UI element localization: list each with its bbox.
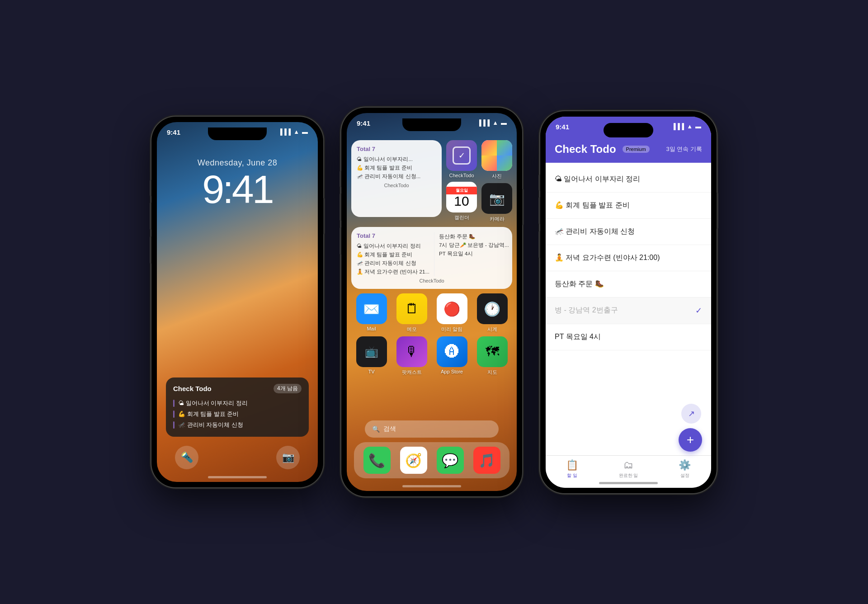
lock-notif-text-3: 🦟 관리비 자동이체 신청 bbox=[178, 421, 243, 429]
todo-check-6: ✓ bbox=[695, 306, 702, 316]
clock-label: 시계 bbox=[487, 326, 497, 333]
widget-row-1: Total 7 🌤 일어나서 이부자리... 💪 회계 팀플 발표 준비 🦟 관… bbox=[351, 140, 512, 222]
dock-messages[interactable]: 💬 bbox=[437, 447, 464, 474]
camera-app-icon[interactable]: 📷 카메라 bbox=[481, 183, 512, 222]
todo-item-3[interactable]: 🦟 관리비 자동이체 신청 bbox=[546, 219, 711, 245]
clock-icon-glyph: 🕐 bbox=[484, 301, 500, 317]
phone3-signal-icon: ▐▐▐ bbox=[671, 123, 684, 130]
wifi-icon: ▲ bbox=[293, 128, 299, 135]
checktodo-app-label: CheckTodo bbox=[449, 173, 474, 178]
todo-item-4[interactable]: 🧘 저녁 요가수련 (빈야사 21:00) bbox=[546, 245, 711, 271]
signal-icon: ▐▐▐ bbox=[278, 128, 291, 135]
tab-todo-icon: 📋 bbox=[566, 459, 578, 471]
maps-app[interactable]: 🗺 지도 bbox=[477, 336, 508, 376]
calendar-app-icon[interactable]: 월요일 10 캘린더 bbox=[446, 182, 477, 221]
appstore-label: App Store bbox=[441, 369, 463, 374]
widget2-item-1: 🌤 일어나서 이부자리 정리 bbox=[357, 242, 429, 250]
todo-item-7[interactable]: PT 목요일 4시 bbox=[546, 324, 711, 350]
todo-text-5: 등산화 주문 🥾 bbox=[555, 279, 604, 289]
share-fab-button[interactable]: ↗ bbox=[681, 404, 701, 424]
lock-notification-card[interactable]: Check Todo 4개 남음 🌤 일어나서 이부자리 정리 💪 회계 팀플 … bbox=[166, 378, 309, 437]
calendar-day-label: 월요일 bbox=[446, 187, 477, 194]
reminders-app[interactable]: 🔴 미리 알림 bbox=[437, 293, 467, 333]
photos-app-label: 사진 bbox=[492, 173, 502, 179]
phone2-signal-icon: ▐▐▐ bbox=[477, 119, 490, 126]
clock-app[interactable]: 🕐 시계 bbox=[477, 293, 508, 333]
lock-bottom-buttons: 🔦 📷 bbox=[157, 446, 318, 469]
battery-icon: ▬ bbox=[302, 128, 308, 135]
tab-settings-icon: ⚙️ bbox=[679, 459, 691, 471]
search-bar[interactable]: 🔍 검색 bbox=[365, 420, 499, 438]
dock-phone[interactable]: 📞 bbox=[363, 447, 391, 474]
lock-notif-badge: 4개 남음 bbox=[274, 384, 302, 393]
tab-completed[interactable]: 🗂 완료한 일 bbox=[619, 459, 638, 479]
phone2-time: 9:41 bbox=[357, 119, 370, 127]
tab-settings-label: 설정 bbox=[680, 472, 689, 479]
phone1-notch bbox=[208, 127, 267, 140]
phone3-wifi-icon: ▲ bbox=[687, 123, 693, 130]
app-title-section: Check Todo Premium bbox=[555, 143, 650, 156]
widget1-item-2: 💪 회계 팀플 발표 준비 bbox=[357, 164, 436, 172]
todo-item-6[interactable]: 병 - 강남역 2번출구 ✓ bbox=[546, 297, 711, 324]
checktodo-icon-check: ✓ bbox=[458, 151, 465, 160]
photos-q2 bbox=[497, 140, 512, 156]
add-todo-button[interactable]: + bbox=[679, 428, 702, 452]
podcasts-app[interactable]: 🎙 팟캐스트 bbox=[396, 336, 427, 376]
todo-item-1[interactable]: 🌤 일어나서 이부자리 정리 bbox=[546, 166, 711, 193]
lock-notif-item-1: 🌤 일어나서 이부자리 정리 bbox=[173, 398, 302, 409]
mail-icon-glyph: ✉️ bbox=[363, 301, 380, 317]
appstore-icon-glyph: 🅐 bbox=[445, 344, 459, 360]
mail-label: Mail bbox=[367, 326, 376, 331]
lock-notif-bar-2 bbox=[173, 411, 175, 418]
widget2-right: 등산화 주문 🥾 7시 당근🥕 보은병 - 강남역... PT 목요일 4시 bbox=[434, 232, 509, 276]
app-icons-col2: 사진 📷 카메라 bbox=[481, 140, 512, 222]
app-title-row: Check Todo Premium 3일 연속 기록 bbox=[546, 139, 711, 163]
camera-button[interactable]: 📷 bbox=[276, 446, 300, 469]
checktodo-app-icon[interactable]: ✓ CheckTodo bbox=[446, 140, 477, 178]
checktodo-widget-small[interactable]: Total 7 🌤 일어나서 이부자리... 💪 회계 팀플 발표 준비 🦟 관… bbox=[351, 140, 442, 217]
streak-text: 3일 연속 기록 bbox=[666, 145, 702, 153]
todo-item-2[interactable]: 💪 회계 팀플 발표 준비 bbox=[546, 193, 711, 219]
tv-app[interactable]: 📺 TV bbox=[356, 336, 387, 376]
notes-app[interactable]: 🗒 메모 bbox=[396, 293, 427, 333]
phone3-time: 9:41 bbox=[556, 123, 569, 131]
photos-app-icon[interactable]: 사진 bbox=[481, 140, 512, 179]
appstore-icon: 🅐 bbox=[437, 336, 467, 367]
photos-q1 bbox=[481, 140, 497, 156]
dock-music[interactable]: 🎵 bbox=[473, 447, 500, 474]
lock-date-text: Wednesday, June 28 bbox=[157, 158, 318, 168]
calendar-icon-bg: 월요일 10 bbox=[446, 182, 477, 212]
mail-app[interactable]: ✉️ Mail bbox=[356, 293, 387, 333]
tab-completed-label: 완료한 일 bbox=[619, 472, 638, 479]
todo-item-5[interactable]: 등산화 주문 🥾 bbox=[546, 271, 711, 297]
home-content: Total 7 🌤 일어나서 이부자리... 💪 회계 팀플 발표 준비 🦟 관… bbox=[347, 136, 517, 491]
dock-safari-glyph: 🧭 bbox=[405, 453, 422, 468]
phone3-battery-icon: ▬ bbox=[695, 123, 701, 130]
phone1-home-indicator[interactable] bbox=[208, 476, 267, 478]
phone2-status-icons: ▐▐▐ ▲ ▬ bbox=[477, 119, 507, 126]
flashlight-button[interactable]: 🔦 bbox=[175, 446, 198, 469]
phone3-home-indicator[interactable] bbox=[599, 482, 658, 484]
dock-safari[interactable]: 🧭 bbox=[400, 447, 427, 474]
phone3-volume-up-button bbox=[538, 197, 540, 224]
phone2-frame: 9:41 ▐▐▐ ▲ ▬ Total 7 🌤 일어나서 이부자리... 💪 회계… bbox=[341, 108, 522, 496]
phone2-volume-up-button bbox=[340, 193, 341, 221]
reminders-label: 미리 알림 bbox=[441, 326, 462, 333]
widget1-item-1: 🌤 일어나서 이부자리... bbox=[357, 155, 436, 164]
widget2-item-2: 💪 회계 팀플 발표 준비 bbox=[357, 250, 429, 259]
notes-label: 메모 bbox=[407, 326, 417, 333]
calendar-app-label: 캘린더 bbox=[454, 214, 469, 221]
lock-notif-header: Check Todo 4개 남음 bbox=[173, 384, 302, 393]
checktodo-widget-large[interactable]: Total 7 🌤 일어나서 이부자리 정리 💪 회계 팀플 발표 준비 🦟 관… bbox=[351, 227, 512, 289]
search-text: 검색 bbox=[383, 425, 396, 433]
notes-icon: 🗒 bbox=[396, 293, 427, 324]
tab-todo[interactable]: 📋 할 일 bbox=[566, 459, 578, 479]
camera-icon-bg: 📷 bbox=[481, 183, 512, 214]
widget2-right-item-3: PT 목요일 4시 bbox=[439, 250, 509, 258]
dock-phone-icon: 📞 bbox=[363, 447, 391, 474]
phone2-notch bbox=[402, 118, 461, 131]
tv-label: TV bbox=[368, 369, 374, 374]
tab-settings[interactable]: ⚙️ 설정 bbox=[679, 459, 691, 479]
appstore-app[interactable]: 🅐 App Store bbox=[437, 336, 467, 376]
phone2-home-indicator[interactable] bbox=[402, 485, 461, 487]
